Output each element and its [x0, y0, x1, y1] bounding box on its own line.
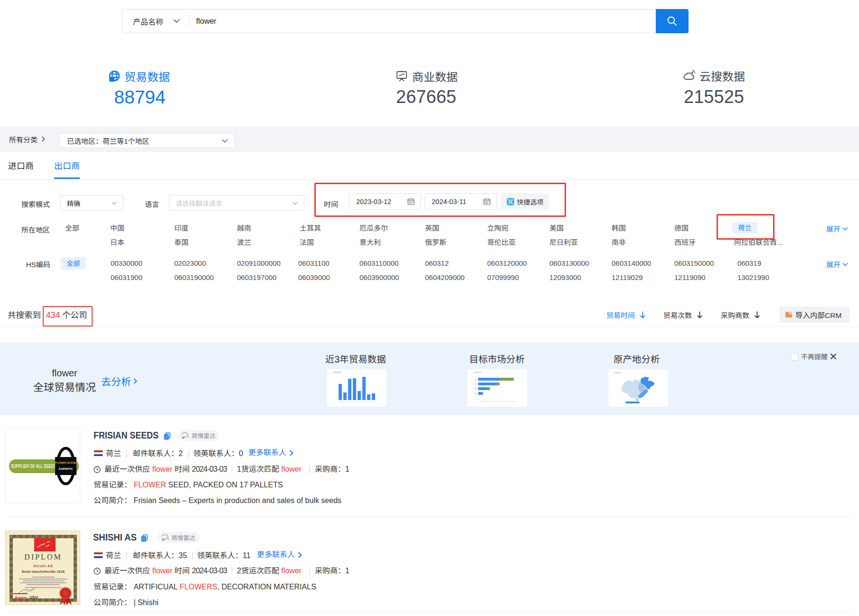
svg-text:FLOWER BLEND: FLOWER BLEND: [55, 461, 76, 464]
svg-text:EXPERTS: EXPERTS: [59, 467, 73, 470]
